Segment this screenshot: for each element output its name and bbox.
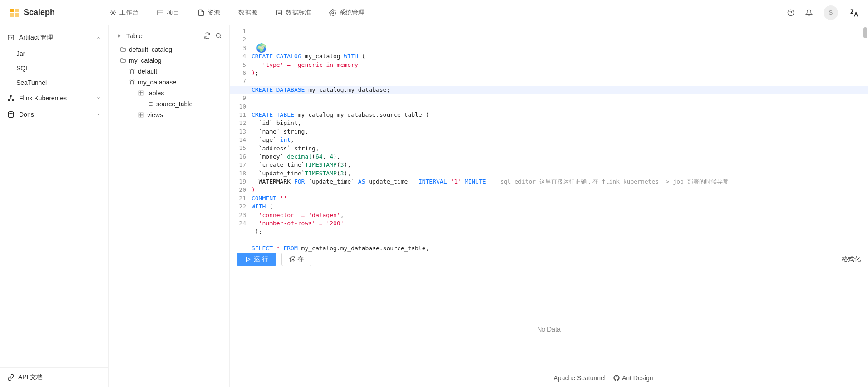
tree-node-my-database[interactable]: my_database (113, 77, 226, 88)
svg-rect-5 (8, 35, 14, 40)
top-nav: 工作台 项目 资源 数据源 数据标准 系统管理 (109, 9, 787, 17)
nav-system[interactable]: 系统管理 (329, 9, 365, 17)
globe-emoji-icon: 🌍 (256, 44, 267, 52)
svg-point-13 (130, 72, 131, 73)
sidebar-sql[interactable]: SQL (0, 61, 108, 75)
svg-point-10 (217, 34, 221, 38)
footer-ant-link[interactable]: Ant Design (613, 374, 653, 382)
editor-scrollbar[interactable] (863, 27, 867, 38)
bell-icon[interactable] (805, 9, 813, 16)
cluster-icon (7, 94, 15, 102)
svg-point-6 (10, 95, 12, 97)
catalog-tree-panel: Table default_catalog my_catalog default… (109, 25, 230, 387)
footer-seatunnel-link[interactable]: Apache Seatunnel (554, 374, 606, 382)
tree-node-default[interactable]: default (113, 66, 226, 77)
svg-point-8 (12, 99, 14, 101)
sidebar-doris[interactable]: Doris (0, 106, 108, 123)
code-icon (7, 34, 15, 41)
svg-point-16 (133, 80, 134, 81)
svg-point-7 (8, 99, 10, 101)
chevron-up-icon (96, 35, 101, 40)
sidebar-jar[interactable]: Jar (0, 46, 108, 61)
language-icon[interactable] (849, 8, 859, 18)
github-icon (613, 374, 620, 382)
tree-title: Table (126, 32, 204, 40)
sidebar: Artifact 管理 Jar SQL SeaTunnel Flink Kube… (0, 25, 109, 387)
save-button[interactable]: 保 存 (281, 253, 311, 266)
sidebar-artifact[interactable]: Artifact 管理 (0, 29, 108, 46)
link-icon (7, 374, 15, 381)
run-button[interactable]: 运 行 (237, 253, 276, 266)
nav-resource[interactable]: 资源 (197, 9, 220, 17)
logo-icon (9, 7, 20, 18)
user-avatar[interactable]: S (824, 5, 838, 20)
svg-point-15 (130, 80, 131, 81)
nav-datasource[interactable]: 数据源 (238, 9, 257, 17)
refresh-icon[interactable] (204, 32, 211, 39)
folder-icon (120, 46, 126, 53)
svg-point-14 (133, 72, 134, 73)
tree-node-tables[interactable]: tables (113, 88, 226, 99)
results-empty-text: No Data (537, 326, 560, 333)
help-icon[interactable] (787, 9, 794, 16)
svg-point-17 (130, 83, 131, 84)
app-header: Scaleph 工作台 项目 资源 数据源 数据标准 系统管理 S (0, 0, 868, 25)
app-body: Artifact 管理 Jar SQL SeaTunnel Flink Kube… (0, 25, 868, 387)
svg-point-3 (332, 12, 334, 14)
svg-point-18 (133, 83, 134, 84)
svg-rect-19 (139, 91, 143, 95)
schema-icon (129, 68, 135, 74)
database-icon (7, 111, 15, 118)
main-content: 123456789101112131415161718192021222324 … (230, 25, 868, 387)
list-icon (147, 101, 153, 107)
nav-datastandard[interactable]: 数据标准 (276, 9, 311, 17)
svg-rect-20 (139, 113, 143, 117)
app-logo[interactable]: Scaleph (9, 7, 55, 18)
svg-rect-2 (277, 10, 282, 15)
svg-point-9 (9, 111, 14, 113)
schema-icon (129, 79, 135, 85)
table-icon (138, 112, 144, 118)
format-button[interactable]: 格式化 (842, 255, 861, 263)
play-icon (245, 256, 251, 263)
header-actions: S (787, 5, 859, 20)
sidebar-api-doc[interactable]: API 文档 (0, 367, 108, 387)
nav-project[interactable]: 项目 (157, 9, 179, 17)
chevron-down-icon (96, 112, 101, 117)
editor-gutter: 123456789101112131415161718192021222324 (230, 27, 252, 248)
tree-node-source-table[interactable]: source_table (113, 99, 226, 109)
tree-node-default-catalog[interactable]: default_catalog (113, 44, 226, 55)
search-icon[interactable] (215, 32, 222, 39)
sidebar-flink[interactable]: Flink Kuberentes (0, 90, 108, 106)
page-footer: Apache Seatunnel Ant Design (339, 369, 868, 387)
editor-code[interactable]: 🌍 CREATE CATALOG my_catalog WITH ( 'type… (252, 27, 868, 248)
tree-node-my-catalog[interactable]: my_catalog (113, 55, 226, 66)
svg-point-11 (130, 69, 131, 70)
sql-editor[interactable]: 123456789101112131415161718192021222324 … (230, 25, 868, 248)
sidebar-seatunnel[interactable]: SeaTunnel (0, 75, 108, 90)
tree-node-views[interactable]: views (113, 109, 226, 120)
caret-right-icon[interactable] (116, 33, 123, 39)
folder-icon (120, 57, 126, 64)
svg-point-12 (133, 69, 134, 70)
svg-rect-1 (158, 10, 163, 15)
nav-workspace[interactable]: 工作台 (109, 9, 138, 17)
chevron-down-icon (96, 95, 101, 101)
table-icon (138, 90, 144, 96)
svg-point-0 (112, 12, 114, 14)
app-name: Scaleph (24, 8, 55, 17)
